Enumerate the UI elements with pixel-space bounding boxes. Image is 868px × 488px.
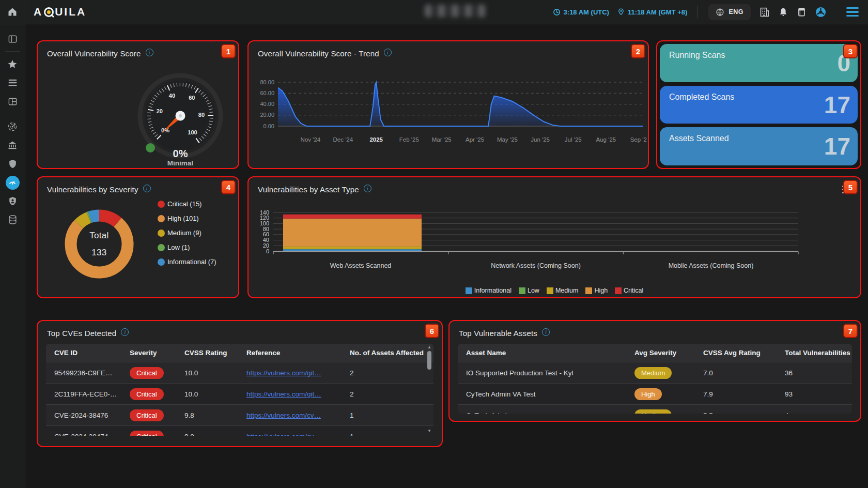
bank-icon — [7, 140, 18, 150]
panel-title: Top Vulnerable Assets — [459, 329, 537, 338]
sidebar-divider — [5, 114, 20, 114]
svg-text:80: 80 — [198, 112, 205, 118]
svg-text:20.00: 20.00 — [260, 112, 274, 118]
svg-text:Mar '25: Mar '25 — [432, 136, 452, 143]
sidebar — [0, 24, 25, 488]
sidebar-item-user-security[interactable] — [0, 192, 25, 210]
notifications-button[interactable] — [778, 7, 788, 18]
legend-label: Informational — [474, 287, 512, 294]
building-icon — [759, 7, 770, 18]
reference-link[interactable]: https://vulners.com/cv… — [246, 433, 321, 436]
svg-text:Nov '24: Nov '24 — [301, 136, 321, 143]
column-header: Severity — [123, 344, 178, 362]
reference-link[interactable]: https://vulners.com/cv… — [246, 411, 321, 419]
language-selector[interactable]: ENG — [708, 4, 751, 20]
column-header: Asset Name — [458, 344, 628, 362]
table-row: CyTech Admin VA TestHigh7.993 — [458, 384, 852, 405]
legend-dot — [158, 230, 165, 237]
support-button[interactable] — [815, 6, 827, 18]
column-header: CVSS Rating — [178, 344, 240, 362]
scan-stat-card: Running Scans0 — [660, 44, 858, 82]
legend-swatch — [547, 287, 553, 294]
sidebar-item-list[interactable] — [0, 73, 25, 92]
legend-label: Medium (9) — [167, 229, 202, 237]
legend-label: Medium — [555, 287, 578, 294]
legend-dot — [158, 201, 165, 208]
database-icon — [8, 215, 18, 225]
svg-text:40: 40 — [169, 93, 175, 99]
sidebar-item-assets[interactable] — [0, 210, 25, 229]
svg-text:Aug '25: Aug '25 — [596, 136, 616, 143]
info-icon[interactable] — [542, 328, 550, 336]
svg-text:60.00: 60.00 — [260, 90, 274, 96]
logo-text-suffix: UILA — [55, 6, 86, 18]
info-icon[interactable] — [364, 185, 371, 192]
legend-swatch — [585, 287, 592, 294]
annotation-badge: 4 — [221, 180, 236, 194]
assets-affected: 1 — [344, 405, 433, 426]
legend-label: High (101) — [167, 215, 199, 222]
table-scrollbar[interactable]: ▲ ▼ — [426, 345, 432, 434]
svg-text:100: 100 — [188, 129, 197, 135]
star-icon — [7, 59, 18, 69]
info-icon[interactable] — [384, 49, 392, 56]
info-icon[interactable] — [146, 49, 153, 56]
home-button[interactable] — [0, 0, 25, 24]
svg-text:Apr '25: Apr '25 — [466, 136, 484, 143]
table-row: 2C119FFA-ECE0-…Critical10.0https://vulne… — [46, 384, 433, 405]
assets-affected: 2 — [344, 384, 433, 405]
panel-top-cves: 6 Top CVEs Detected CVE IDSeverityCVSS R… — [37, 320, 443, 447]
cve-id: 95499236-C9FE… — [46, 362, 123, 384]
svg-text:40.00: 40.00 — [260, 101, 274, 107]
cvss-avg-rating: 7.9 — [697, 384, 779, 405]
donut-center-label: Total 133 — [50, 195, 148, 293]
cvss-rating: 9.8 — [178, 426, 240, 436]
sidebar-item-security[interactable] — [0, 155, 25, 173]
legend-label: Low — [528, 287, 539, 294]
svg-text:Mobile Assets (Coming Soon): Mobile Assets (Coming Soon) — [669, 262, 754, 269]
menu-toggle-button[interactable] — [846, 7, 859, 17]
sidebar-divider — [5, 51, 20, 52]
legend-label: High — [594, 287, 608, 294]
assets-affected: 2 — [344, 362, 433, 384]
reference-link[interactable]: https://vulners.com/git… — [246, 390, 321, 398]
local-time: 11:18 AM (GMT +8) — [617, 8, 687, 16]
reference-link[interactable]: https://vulners.com/git… — [246, 369, 321, 377]
panel-vulnerabilities-by-severity: 4 Vulnerabilities by Severity Total 133 … — [37, 176, 239, 298]
svg-text:80: 80 — [263, 226, 269, 232]
top-assets-table-viewport: Asset NameAvg SeverityCVSS Avg RatingTot… — [458, 344, 852, 414]
scroll-down-icon[interactable]: ▼ — [427, 429, 431, 434]
column-header: Total Vulnerabilities — [779, 344, 852, 362]
annotation-badge: 6 — [425, 324, 439, 338]
column-header: No. of Assets Affected — [344, 344, 433, 362]
scroll-up-icon[interactable]: ▲ — [427, 345, 431, 350]
layout-icon — [8, 97, 18, 106]
card-label: Completed Scans — [669, 93, 734, 102]
scroll-thumb[interactable] — [427, 351, 431, 370]
sidebar-item-dashboard-active[interactable] — [0, 173, 25, 192]
annotation-badge: 3 — [843, 44, 858, 58]
sidebar-item-favorites[interactable] — [0, 55, 25, 73]
svg-text:0: 0 — [266, 248, 269, 254]
card-label: Assets Scanned — [669, 134, 729, 143]
support-wheel-icon — [815, 6, 827, 18]
top-assets-table: Asset NameAvg SeverityCVSS Avg RatingTot… — [458, 344, 852, 414]
cvss-avg-rating: 5.5 — [697, 405, 779, 414]
sidebar-item-scans[interactable] — [0, 117, 25, 136]
docs-button[interactable] — [797, 7, 807, 18]
bar-segment-low — [283, 249, 422, 250]
organization-button[interactable] — [759, 7, 770, 18]
severity-pill: High — [634, 388, 662, 400]
bar-segment-high — [283, 219, 422, 247]
sidebar-item-panel-toggle[interactable] — [0, 29, 25, 48]
panel-title: Top CVEs Detected — [47, 329, 116, 338]
info-icon[interactable] — [143, 185, 151, 192]
svg-text:Jun '25: Jun '25 — [531, 136, 550, 143]
legend-item: High (101) — [158, 215, 216, 222]
legend-item: Low (1) — [158, 243, 216, 251]
sidebar-item-organization[interactable] — [0, 136, 25, 155]
legend-label: Critical (15) — [167, 200, 202, 208]
info-icon[interactable] — [121, 328, 129, 336]
active-indicator — [6, 176, 20, 190]
sidebar-item-layout[interactable] — [0, 92, 25, 111]
